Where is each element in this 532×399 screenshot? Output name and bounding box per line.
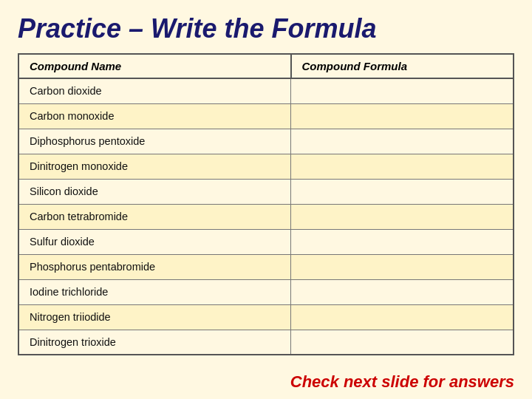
footer-text: Check next slide for answers: [290, 372, 514, 392]
table-row: Phosphorus pentabromide: [18, 254, 514, 279]
compound-formula-cell[interactable]: [291, 330, 514, 355]
compound-formula-cell[interactable]: [291, 279, 514, 304]
compound-name-cell: Carbon tetrabromide: [18, 204, 291, 229]
compound-name-cell: Diphosphorus pentoxide: [18, 129, 291, 154]
table-row: Dinitrogen monoxide: [18, 154, 514, 179]
compound-name-cell: Dinitrogen monoxide: [18, 154, 291, 179]
table-row: Carbon tetrabromide: [18, 204, 514, 229]
table-header-row: Compound Name Compound Formula: [18, 54, 514, 78]
compound-name-cell: Carbon dioxide: [18, 78, 291, 103]
page-title: Practice – Write the Formula: [0, 0, 532, 53]
compound-name-cell: Silicon dioxide: [18, 179, 291, 204]
compound-formula-cell[interactable]: [291, 204, 514, 229]
main-table-container: Compound Name Compound Formula Carbon di…: [18, 53, 514, 355]
compound-formula-cell[interactable]: [291, 154, 514, 179]
compound-formula-cell[interactable]: [291, 179, 514, 204]
compound-formula-cell[interactable]: [291, 78, 514, 103]
compound-formula-cell[interactable]: [291, 129, 514, 154]
compound-formula-cell[interactable]: [291, 229, 514, 254]
compound-name-cell: Carbon monoxide: [18, 103, 291, 129]
table-row: Silicon dioxide: [18, 179, 514, 204]
table-row: Diphosphorus pentoxide: [18, 129, 514, 154]
column-header-name: Compound Name: [18, 54, 291, 78]
table-row: Iodine trichloride: [18, 279, 514, 304]
table-row: Carbon dioxide: [18, 78, 514, 103]
column-header-formula: Compound Formula: [291, 54, 514, 78]
compound-name-cell: Nitrogen triiodide: [18, 304, 291, 330]
compound-formula-cell[interactable]: [291, 254, 514, 279]
compound-name-cell: Dinitrogen trioxide: [18, 330, 291, 355]
compound-table: Compound Name Compound Formula Carbon di…: [18, 53, 514, 355]
compound-formula-cell[interactable]: [291, 103, 514, 129]
table-row: Dinitrogen trioxide: [18, 330, 514, 355]
table-row: Carbon monoxide: [18, 103, 514, 129]
table-row: Sulfur dioxide: [18, 229, 514, 254]
compound-name-cell: Iodine trichloride: [18, 279, 291, 304]
compound-formula-cell[interactable]: [291, 304, 514, 330]
compound-name-cell: Sulfur dioxide: [18, 229, 291, 254]
compound-name-cell: Phosphorus pentabromide: [18, 254, 291, 279]
table-row: Nitrogen triiodide: [18, 304, 514, 330]
